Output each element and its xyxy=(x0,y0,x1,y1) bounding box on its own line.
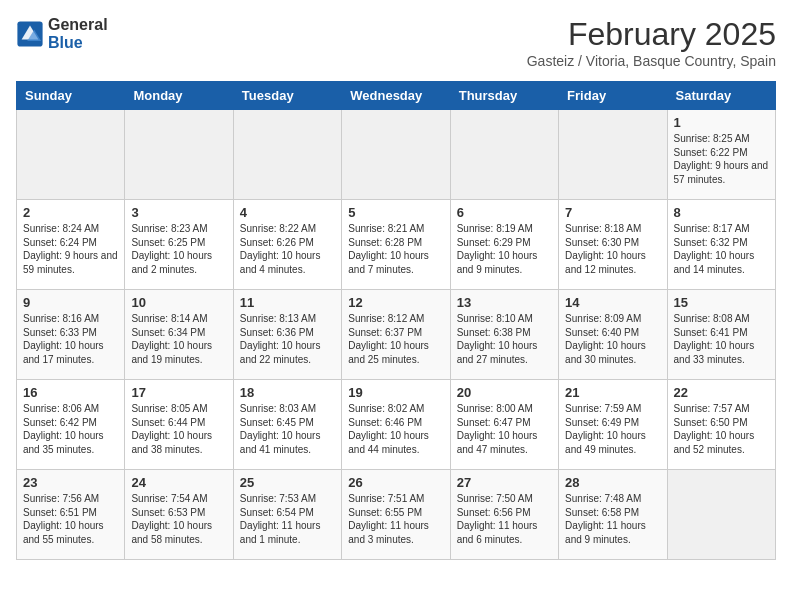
cell-date-number: 18 xyxy=(240,385,335,400)
calendar-cell: 4Sunrise: 8:22 AM Sunset: 6:26 PM Daylig… xyxy=(233,200,341,290)
calendar-week-1: 2Sunrise: 8:24 AM Sunset: 6:24 PM Daylig… xyxy=(17,200,776,290)
calendar-cell xyxy=(667,470,775,560)
calendar-cell: 14Sunrise: 8:09 AM Sunset: 6:40 PM Dayli… xyxy=(559,290,667,380)
header: General Blue February 2025 Gasteiz / Vit… xyxy=(16,16,776,69)
calendar-cell: 26Sunrise: 7:51 AM Sunset: 6:55 PM Dayli… xyxy=(342,470,450,560)
calendar-cell: 16Sunrise: 8:06 AM Sunset: 6:42 PM Dayli… xyxy=(17,380,125,470)
day-header-tuesday: Tuesday xyxy=(233,82,341,110)
calendar-cell: 7Sunrise: 8:18 AM Sunset: 6:30 PM Daylig… xyxy=(559,200,667,290)
cell-content: Sunrise: 7:54 AM Sunset: 6:53 PM Dayligh… xyxy=(131,492,226,546)
calendar-cell: 22Sunrise: 7:57 AM Sunset: 6:50 PM Dayli… xyxy=(667,380,775,470)
cell-content: Sunrise: 7:56 AM Sunset: 6:51 PM Dayligh… xyxy=(23,492,118,546)
cell-date-number: 26 xyxy=(348,475,443,490)
calendar-cell: 19Sunrise: 8:02 AM Sunset: 6:46 PM Dayli… xyxy=(342,380,450,470)
calendar-cell: 23Sunrise: 7:56 AM Sunset: 6:51 PM Dayli… xyxy=(17,470,125,560)
calendar-cell: 3Sunrise: 8:23 AM Sunset: 6:25 PM Daylig… xyxy=(125,200,233,290)
cell-date-number: 19 xyxy=(348,385,443,400)
calendar-cell: 12Sunrise: 8:12 AM Sunset: 6:37 PM Dayli… xyxy=(342,290,450,380)
cell-content: Sunrise: 8:22 AM Sunset: 6:26 PM Dayligh… xyxy=(240,222,335,276)
logo-blue-text: Blue xyxy=(48,34,108,52)
calendar-cell: 5Sunrise: 8:21 AM Sunset: 6:28 PM Daylig… xyxy=(342,200,450,290)
calendar-cell: 21Sunrise: 7:59 AM Sunset: 6:49 PM Dayli… xyxy=(559,380,667,470)
calendar-cell: 6Sunrise: 8:19 AM Sunset: 6:29 PM Daylig… xyxy=(450,200,558,290)
cell-date-number: 12 xyxy=(348,295,443,310)
cell-content: Sunrise: 8:14 AM Sunset: 6:34 PM Dayligh… xyxy=(131,312,226,366)
cell-content: Sunrise: 8:06 AM Sunset: 6:42 PM Dayligh… xyxy=(23,402,118,456)
day-header-friday: Friday xyxy=(559,82,667,110)
logo-general: General xyxy=(48,16,108,34)
calendar-cell xyxy=(233,110,341,200)
cell-content: Sunrise: 7:51 AM Sunset: 6:55 PM Dayligh… xyxy=(348,492,443,546)
cell-content: Sunrise: 8:16 AM Sunset: 6:33 PM Dayligh… xyxy=(23,312,118,366)
calendar-cell: 11Sunrise: 8:13 AM Sunset: 6:36 PM Dayli… xyxy=(233,290,341,380)
calendar-week-4: 23Sunrise: 7:56 AM Sunset: 6:51 PM Dayli… xyxy=(17,470,776,560)
calendar-cell: 18Sunrise: 8:03 AM Sunset: 6:45 PM Dayli… xyxy=(233,380,341,470)
cell-date-number: 4 xyxy=(240,205,335,220)
cell-content: Sunrise: 8:18 AM Sunset: 6:30 PM Dayligh… xyxy=(565,222,660,276)
calendar-body: 1Sunrise: 8:25 AM Sunset: 6:22 PM Daylig… xyxy=(17,110,776,560)
calendar-cell xyxy=(450,110,558,200)
calendar-cell xyxy=(125,110,233,200)
cell-date-number: 3 xyxy=(131,205,226,220)
cell-content: Sunrise: 8:12 AM Sunset: 6:37 PM Dayligh… xyxy=(348,312,443,366)
calendar-cell: 20Sunrise: 8:00 AM Sunset: 6:47 PM Dayli… xyxy=(450,380,558,470)
cell-content: Sunrise: 8:05 AM Sunset: 6:44 PM Dayligh… xyxy=(131,402,226,456)
cell-content: Sunrise: 8:03 AM Sunset: 6:45 PM Dayligh… xyxy=(240,402,335,456)
logo: General Blue xyxy=(16,16,108,51)
cell-date-number: 8 xyxy=(674,205,769,220)
cell-content: Sunrise: 7:57 AM Sunset: 6:50 PM Dayligh… xyxy=(674,402,769,456)
cell-date-number: 9 xyxy=(23,295,118,310)
day-header-sunday: Sunday xyxy=(17,82,125,110)
cell-date-number: 15 xyxy=(674,295,769,310)
cell-date-number: 6 xyxy=(457,205,552,220)
calendar-cell xyxy=(17,110,125,200)
calendar-cell: 24Sunrise: 7:54 AM Sunset: 6:53 PM Dayli… xyxy=(125,470,233,560)
cell-content: Sunrise: 8:19 AM Sunset: 6:29 PM Dayligh… xyxy=(457,222,552,276)
calendar-cell: 2Sunrise: 8:24 AM Sunset: 6:24 PM Daylig… xyxy=(17,200,125,290)
cell-date-number: 25 xyxy=(240,475,335,490)
cell-date-number: 13 xyxy=(457,295,552,310)
cell-content: Sunrise: 8:21 AM Sunset: 6:28 PM Dayligh… xyxy=(348,222,443,276)
cell-content: Sunrise: 8:00 AM Sunset: 6:47 PM Dayligh… xyxy=(457,402,552,456)
days-header-row: SundayMondayTuesdayWednesdayThursdayFrid… xyxy=(17,82,776,110)
day-header-monday: Monday xyxy=(125,82,233,110)
cell-date-number: 10 xyxy=(131,295,226,310)
cell-content: Sunrise: 8:24 AM Sunset: 6:24 PM Dayligh… xyxy=(23,222,118,276)
cell-content: Sunrise: 7:50 AM Sunset: 6:56 PM Dayligh… xyxy=(457,492,552,546)
day-header-wednesday: Wednesday xyxy=(342,82,450,110)
cell-date-number: 28 xyxy=(565,475,660,490)
calendar-cell: 13Sunrise: 8:10 AM Sunset: 6:38 PM Dayli… xyxy=(450,290,558,380)
calendar-cell: 25Sunrise: 7:53 AM Sunset: 6:54 PM Dayli… xyxy=(233,470,341,560)
location-title: Gasteiz / Vitoria, Basque Country, Spain xyxy=(527,53,776,69)
calendar-cell: 15Sunrise: 8:08 AM Sunset: 6:41 PM Dayli… xyxy=(667,290,775,380)
cell-content: Sunrise: 7:59 AM Sunset: 6:49 PM Dayligh… xyxy=(565,402,660,456)
calendar-week-3: 16Sunrise: 8:06 AM Sunset: 6:42 PM Dayli… xyxy=(17,380,776,470)
calendar-cell: 27Sunrise: 7:50 AM Sunset: 6:56 PM Dayli… xyxy=(450,470,558,560)
cell-date-number: 17 xyxy=(131,385,226,400)
calendar-cell xyxy=(342,110,450,200)
calendar-cell: 28Sunrise: 7:48 AM Sunset: 6:58 PM Dayli… xyxy=(559,470,667,560)
cell-content: Sunrise: 8:25 AM Sunset: 6:22 PM Dayligh… xyxy=(674,132,769,186)
cell-date-number: 1 xyxy=(674,115,769,130)
calendar-cell: 17Sunrise: 8:05 AM Sunset: 6:44 PM Dayli… xyxy=(125,380,233,470)
calendar-header: SundayMondayTuesdayWednesdayThursdayFrid… xyxy=(17,82,776,110)
calendar-cell xyxy=(559,110,667,200)
cell-date-number: 22 xyxy=(674,385,769,400)
cell-date-number: 21 xyxy=(565,385,660,400)
cell-content: Sunrise: 8:10 AM Sunset: 6:38 PM Dayligh… xyxy=(457,312,552,366)
cell-content: Sunrise: 8:23 AM Sunset: 6:25 PM Dayligh… xyxy=(131,222,226,276)
calendar-cell: 8Sunrise: 8:17 AM Sunset: 6:32 PM Daylig… xyxy=(667,200,775,290)
cell-content: Sunrise: 8:17 AM Sunset: 6:32 PM Dayligh… xyxy=(674,222,769,276)
logo-text: General Blue xyxy=(48,16,108,51)
cell-content: Sunrise: 8:09 AM Sunset: 6:40 PM Dayligh… xyxy=(565,312,660,366)
calendar-week-2: 9Sunrise: 8:16 AM Sunset: 6:33 PM Daylig… xyxy=(17,290,776,380)
cell-date-number: 7 xyxy=(565,205,660,220)
logo-icon xyxy=(16,20,44,48)
day-header-saturday: Saturday xyxy=(667,82,775,110)
cell-date-number: 27 xyxy=(457,475,552,490)
cell-date-number: 16 xyxy=(23,385,118,400)
cell-date-number: 5 xyxy=(348,205,443,220)
cell-date-number: 14 xyxy=(565,295,660,310)
cell-content: Sunrise: 8:13 AM Sunset: 6:36 PM Dayligh… xyxy=(240,312,335,366)
calendar-table: SundayMondayTuesdayWednesdayThursdayFrid… xyxy=(16,81,776,560)
